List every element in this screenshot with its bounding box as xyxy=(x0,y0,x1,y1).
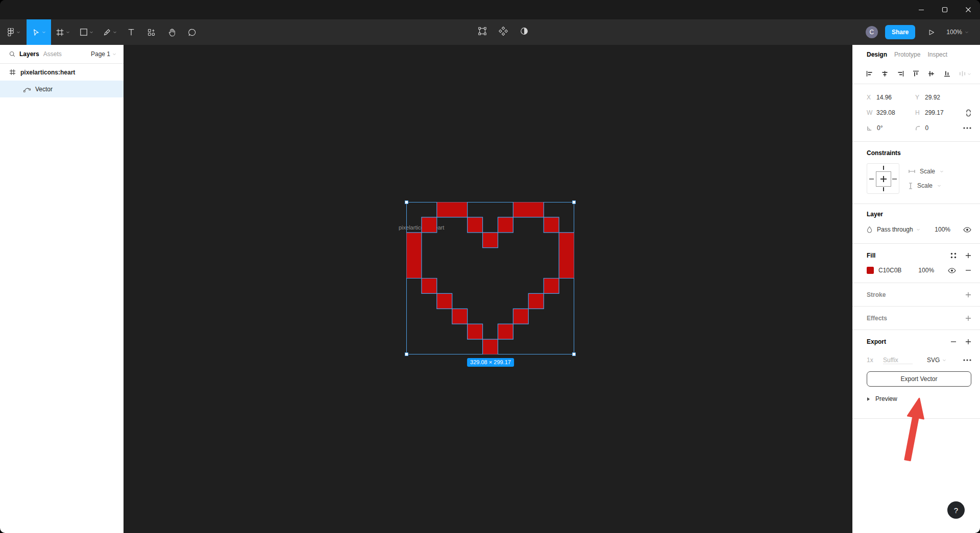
height-field[interactable]: H 299.17 xyxy=(915,109,964,116)
page-selector-label: Page 1 xyxy=(91,50,110,58)
maximize-button[interactable] xyxy=(933,0,957,19)
width-field[interactable]: W 329.08 xyxy=(867,109,915,116)
layer-row-frame[interactable]: pixelarticons:heart xyxy=(0,64,124,81)
styles-icon[interactable] xyxy=(950,252,957,259)
tab-design[interactable]: Design xyxy=(867,51,887,58)
fill-color-swatch[interactable] xyxy=(867,267,874,274)
layer-name: pixelarticons:heart xyxy=(20,69,75,76)
frame-icon xyxy=(56,28,64,37)
minimize-button[interactable] xyxy=(910,0,933,19)
layer-opacity-field[interactable]: 100% xyxy=(935,226,950,233)
selection-handle-top-right[interactable] xyxy=(572,200,576,204)
chevron-down-icon xyxy=(89,30,93,34)
component-icon xyxy=(499,27,508,36)
main-menu-button[interactable] xyxy=(0,19,27,45)
export-vector-button[interactable]: Export Vector xyxy=(867,371,971,387)
add-effect-icon[interactable] xyxy=(965,315,971,321)
effects-section: Effects xyxy=(852,307,980,330)
fill-section: Fill C10C0B 100% xyxy=(852,244,980,283)
export-more-button[interactable] xyxy=(963,359,971,361)
effects-header: Effects xyxy=(867,315,887,322)
alignment-row xyxy=(852,64,980,84)
more-options-button[interactable] xyxy=(963,127,971,129)
hand-tool[interactable] xyxy=(161,19,182,45)
layer-row-vector[interactable]: Vector xyxy=(0,81,124,97)
tab-inspect[interactable]: Inspect xyxy=(927,51,947,58)
horizontal-constraint-select[interactable]: Scale xyxy=(909,168,944,175)
inspector-tabs: Design Prototype Inspect xyxy=(852,45,980,64)
toolbar-right: C Share 100% xyxy=(866,19,980,45)
distribute-menu[interactable] xyxy=(959,70,971,77)
remove-fill-icon[interactable] xyxy=(965,267,971,273)
move-tool[interactable] xyxy=(27,19,51,45)
visibility-icon[interactable] xyxy=(963,227,971,233)
chevron-down-icon xyxy=(113,30,117,34)
tab-layers[interactable]: Layers xyxy=(19,50,39,58)
shape-tool[interactable] xyxy=(75,19,98,45)
pen-tool[interactable] xyxy=(98,19,121,45)
fill-hex-value[interactable]: C10C0B xyxy=(878,267,901,274)
edit-object-button[interactable] xyxy=(478,27,487,38)
add-stroke-icon[interactable] xyxy=(965,292,971,298)
constraints-widget[interactable] xyxy=(867,163,899,194)
horizontal-constraint-value: Scale xyxy=(920,168,935,175)
actions-tool[interactable] xyxy=(141,19,161,45)
align-horizontal-center-button[interactable] xyxy=(881,70,888,77)
constrain-proportions-button[interactable] xyxy=(966,109,971,117)
share-button[interactable]: Share xyxy=(885,25,915,39)
heart-vector[interactable] xyxy=(406,202,574,354)
constrain-proportions-icon xyxy=(966,109,971,117)
add-fill-icon[interactable] xyxy=(965,252,971,259)
fill-opacity-field[interactable]: 100% xyxy=(918,267,934,274)
align-top-button[interactable] xyxy=(913,70,919,77)
tab-assets[interactable]: Assets xyxy=(43,50,62,58)
zoom-menu[interactable]: 100% xyxy=(946,29,969,36)
inspector-panel: Design Prototype Inspect X xyxy=(852,45,980,533)
present-icon[interactable] xyxy=(927,29,935,36)
export-section: Export 1x SVG Export Vector xyxy=(852,330,980,419)
constraints-section: Constraints Scale Sc xyxy=(852,142,980,204)
align-right-button[interactable] xyxy=(897,70,904,77)
layer-section: Layer Pass through 100% xyxy=(852,204,980,244)
layer-header: Layer xyxy=(867,211,971,218)
create-component-button[interactable] xyxy=(499,27,508,38)
blend-mode-select[interactable]: Pass through xyxy=(877,226,920,233)
preview-toggle[interactable]: Preview xyxy=(867,393,971,405)
vertical-constraint-select[interactable]: Scale xyxy=(909,182,944,189)
export-suffix-input[interactable] xyxy=(883,357,913,364)
horizontal-constraint-icon xyxy=(909,169,915,173)
search-icon[interactable] xyxy=(9,51,15,57)
rotation-field[interactable]: 0° xyxy=(867,124,915,132)
rotation-icon xyxy=(867,125,872,131)
align-left-button[interactable] xyxy=(866,70,873,77)
frame-tool[interactable] xyxy=(51,19,75,45)
selection-handle-bottom-left[interactable] xyxy=(405,352,408,356)
blend-mode-icon[interactable] xyxy=(867,226,872,233)
actions-icon xyxy=(147,28,156,37)
selection-handle-top-left[interactable] xyxy=(405,200,408,204)
x-value: 14.96 xyxy=(876,94,892,101)
use-as-mask-button[interactable] xyxy=(520,27,529,38)
visibility-icon[interactable] xyxy=(948,268,956,273)
remove-export-icon[interactable] xyxy=(950,339,957,345)
text-tool[interactable] xyxy=(121,19,141,45)
canvas[interactable]: pixelarticons:heart 329.08 × 299.17 xyxy=(124,45,852,533)
add-export-icon[interactable] xyxy=(965,339,971,345)
align-vertical-center-button[interactable] xyxy=(928,70,935,77)
comment-tool[interactable] xyxy=(182,19,202,45)
close-button[interactable] xyxy=(957,0,980,19)
align-bottom-button[interactable] xyxy=(944,70,950,77)
tab-prototype[interactable]: Prototype xyxy=(894,51,920,58)
avatar[interactable]: C xyxy=(866,26,878,38)
x-field[interactable]: X 14.96 xyxy=(867,94,915,101)
help-button[interactable]: ? xyxy=(947,501,965,519)
corner-radius-field[interactable]: 0 xyxy=(915,124,964,132)
page-selector[interactable]: Page 1 xyxy=(91,50,116,58)
layer-name: Vector xyxy=(35,86,53,93)
corner-radius-icon xyxy=(915,125,921,131)
height-value: 299.17 xyxy=(925,109,944,116)
y-field[interactable]: Y 29.92 xyxy=(915,94,964,101)
export-format-select[interactable]: SVG xyxy=(927,357,946,364)
selection-handle-bottom-right[interactable] xyxy=(572,352,576,356)
export-scale-select[interactable]: 1x xyxy=(867,357,883,364)
